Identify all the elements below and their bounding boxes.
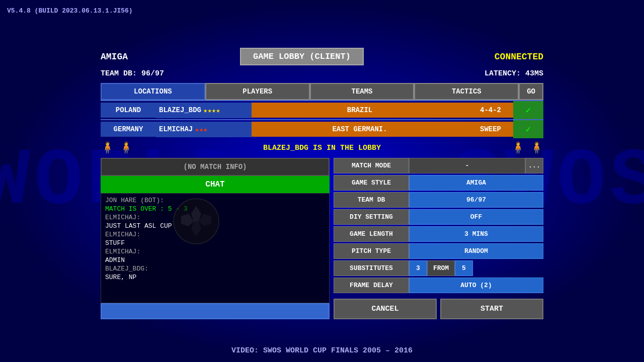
chat-line-8: BLAZEJ_BDG: bbox=[105, 265, 325, 273]
player-row-0: POLAND BLAZEJ_BDG ★★★★ BRAZIL 4-4-2 ✓ bbox=[101, 100, 543, 119]
chat-header[interactable]: CHAT bbox=[101, 176, 330, 193]
player-0: BLAZEJ_BDG ★★★★ bbox=[156, 103, 252, 118]
sprite-left-1: 🧍 bbox=[101, 141, 114, 155]
player-name-0: BLAZEJ_BDG bbox=[159, 106, 201, 114]
match-mode-value: - bbox=[409, 158, 525, 173]
content-area: (NO MATCH INFO) CHAT JON HARE (BOT): MAT… bbox=[101, 158, 543, 319]
chat-line-9: SURE, NP bbox=[105, 274, 325, 281]
match-info-bar: (NO MATCH INFO) bbox=[101, 158, 330, 176]
chat-area: JON HARE (BOT): MATCH IS OVER : 5 - 3 EL… bbox=[101, 193, 330, 303]
lobby-row: 🧍 🧍 BLAZEJ_BDG IS IN THE LOBBY 🧍 🧍 bbox=[101, 138, 543, 158]
latency-label: LATENCY: 43MS bbox=[485, 69, 543, 78]
connected-label: CONNECTED bbox=[453, 52, 543, 62]
pitch-type-value: RANDOM bbox=[409, 243, 543, 259]
chat-line-5: STUFF bbox=[105, 239, 325, 247]
right-panel: MATCH MODE - ... GAME STYLE AMIGA TEAM D… bbox=[334, 158, 543, 319]
platform-label: AMIGA bbox=[101, 52, 151, 62]
settings-row-team-db: TEAM DB 96/97 bbox=[334, 192, 543, 208]
tab-tactics[interactable]: TACTICS bbox=[414, 83, 519, 100]
player-name-1: ELMICHAJ bbox=[159, 125, 193, 133]
tactics-0: 4-4-2 bbox=[468, 103, 513, 118]
chat-line-1: MATCH IS OVER : 5 - 3 bbox=[105, 205, 325, 213]
substitutes-value: 3 bbox=[409, 260, 427, 276]
cancel-button[interactable]: CANCEL bbox=[334, 299, 437, 319]
chat-line-2: ELMICHAJ: bbox=[105, 214, 325, 221]
settings-row-game-style: GAME STYLE AMIGA bbox=[334, 175, 543, 191]
settings-row-game-length: GAME LENGTH 3 MINS bbox=[334, 226, 543, 242]
team-db-setting-label: TEAM DB bbox=[334, 192, 409, 208]
info-row: TEAM DB: 96/97 LATENCY: 43MS bbox=[101, 69, 543, 78]
tab-teams[interactable]: TEAMS bbox=[310, 83, 415, 100]
settings-row-frame-delay: FRAME DELAY AUTO (2) bbox=[334, 278, 543, 293]
left-panel: (NO MATCH INFO) CHAT JON HARE (BOT): MAT… bbox=[101, 158, 330, 319]
chat-line-3: JUST LAST ASL CUP bbox=[105, 222, 325, 230]
settings-row-match-mode: MATCH MODE - ... bbox=[334, 158, 543, 173]
tactics-1: SWEEP bbox=[468, 122, 513, 137]
go-1: ✓ bbox=[513, 120, 543, 138]
chat-bot-name: JON HARE (BOT): bbox=[105, 197, 164, 204]
chat-user-msg-0: JUST LAST ASL CUP bbox=[105, 222, 172, 230]
title-button[interactable]: GAME LOBBY (CLIENT) bbox=[240, 48, 364, 65]
game-length-value: 3 MINS bbox=[409, 226, 543, 242]
chat-user-msg-3: SURE, NP bbox=[105, 274, 136, 281]
player-row-1: GERMANY ELMICHAJ ★★★ EAST GERMANI. SWEEP… bbox=[101, 119, 543, 138]
version-label: V5.4.8 (BUILD 2023.06.13.1.JI56) bbox=[7, 7, 133, 15]
chat-user-name-2: ELMICHAJ: bbox=[105, 248, 140, 255]
settings-row-pitch-type: PITCH TYPE RANDOM bbox=[334, 243, 543, 259]
chat-line-6: ELMICHAJ: bbox=[105, 248, 325, 255]
team-0: BRAZIL bbox=[252, 103, 468, 118]
start-button[interactable]: START bbox=[440, 299, 543, 319]
sprite-right-2: 🧍 bbox=[530, 141, 543, 155]
lobby-message: BLAZEJ_BDG IS IN THE LOBBY bbox=[138, 144, 506, 152]
pitch-type-label: PITCH TYPE bbox=[334, 243, 409, 259]
settings-row-substitutes: SUBSTITUTES 3 FROM 5 bbox=[334, 260, 543, 276]
main-container: AMIGA GAME LOBBY (CLIENT) CONNECTED TEAM… bbox=[101, 48, 543, 337]
settings-row-diy: DIY SETTING OFF bbox=[334, 209, 543, 225]
game-length-label: GAME LENGTH bbox=[334, 226, 409, 242]
frame-delay-label: FRAME DELAY bbox=[334, 278, 409, 293]
substitutes-from: FROM bbox=[427, 260, 455, 276]
go-0: ✓ bbox=[513, 101, 543, 119]
chat-line-0: JON HARE (BOT): bbox=[105, 197, 325, 204]
chat-user-msg-2: ADMIN bbox=[105, 256, 125, 264]
chat-line-7: ADMIN bbox=[105, 256, 325, 264]
match-mode-label: MATCH MODE bbox=[334, 158, 409, 173]
tab-go[interactable]: GO bbox=[519, 83, 543, 100]
header-row: AMIGA GAME LOBBY (CLIENT) CONNECTED bbox=[101, 48, 543, 65]
chat-user-msg-1: STUFF bbox=[105, 239, 125, 247]
frame-delay-value: AUTO (2) bbox=[409, 278, 543, 293]
sprite-left-2: 🧍 bbox=[119, 141, 133, 155]
stars-0: ★★★★ bbox=[203, 106, 220, 115]
tab-locations[interactable]: LOCATIONS bbox=[101, 83, 205, 100]
chat-bot-msg: MATCH IS OVER : 5 - 3 bbox=[105, 205, 188, 213]
nav-tabs: LOCATIONS PLAYERS TEAMS TACTICS GO bbox=[101, 83, 543, 100]
game-style-value: AMIGA bbox=[409, 175, 543, 191]
chat-user-name-1: ELMICHAJ: bbox=[105, 231, 140, 238]
sprite-right-1: 🧍 bbox=[511, 141, 525, 155]
chat-input[interactable] bbox=[101, 303, 330, 319]
footer-text: VIDEO: SWOS WORLD CUP FINALS 2005 – 2016 bbox=[0, 346, 644, 355]
match-mode-ellipsis[interactable]: ... bbox=[525, 158, 543, 173]
location-0: POLAND bbox=[101, 103, 156, 118]
chat-user-name-0: ELMICHAJ: bbox=[105, 214, 140, 221]
substitutes-from-value: 5 bbox=[455, 260, 473, 276]
chat-user-name-3: BLAZEJ_BDG: bbox=[105, 265, 148, 273]
stars-1: ★★★ bbox=[195, 125, 207, 134]
team-db-label: TEAM DB: 96/97 bbox=[101, 69, 164, 78]
location-1: GERMANY bbox=[101, 122, 156, 137]
diy-label: DIY SETTING bbox=[334, 209, 409, 225]
player-1: ELMICHAJ ★★★ bbox=[156, 122, 252, 137]
game-style-label: GAME STYLE bbox=[334, 175, 409, 191]
tab-players[interactable]: PLAYERS bbox=[205, 83, 310, 100]
team-1: EAST GERMANI. bbox=[252, 122, 468, 137]
diy-value: OFF bbox=[409, 209, 543, 225]
team-db-setting-value: 96/97 bbox=[409, 192, 543, 208]
chat-input-row bbox=[101, 303, 330, 319]
substitutes-label: SUBSTITUTES bbox=[334, 260, 409, 276]
action-row: CANCEL START bbox=[334, 297, 543, 319]
chat-line-4: ELMICHAJ: bbox=[105, 231, 325, 238]
